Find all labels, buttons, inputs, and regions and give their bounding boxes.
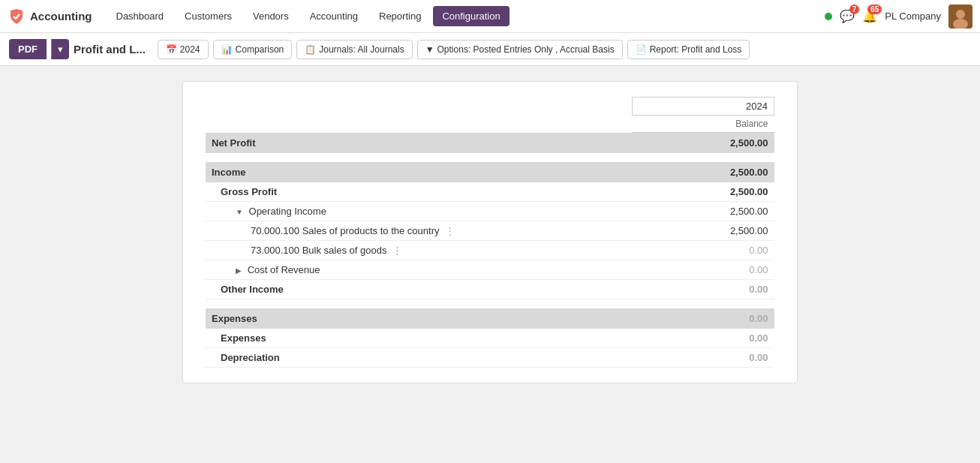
year-filter-label: 2024 — [180, 44, 200, 55]
expand-icon[interactable]: ▶ — [236, 266, 242, 275]
bulk-sales-label: 73.000.100 Bulk sales of goods ⋮ — [206, 241, 632, 260]
chart-icon: 📊 — [221, 44, 233, 55]
company-name[interactable]: PL Company — [885, 11, 941, 22]
options-label: Options: Posted Entries Only , Accrual B… — [437, 44, 615, 55]
operating-income-label: ▼ Operating Income — [206, 202, 632, 221]
nav-links: Dashboard Customers Vendors Accounting R… — [107, 6, 825, 26]
expenses-section-value: 0.00 — [632, 308, 774, 329]
logo-icon — [8, 8, 26, 26]
messages-badge: 7 — [849, 5, 860, 14]
gross-profit-row: Gross Profit 2,500.00 — [206, 182, 774, 202]
journal-icon: 📋 — [305, 44, 316, 55]
activity-button[interactable]: 🔔 65 — [862, 9, 877, 23]
report-icon: 📄 — [636, 44, 647, 55]
nav-right-actions: 💬 7 🔔 65 PL Company — [825, 5, 972, 29]
depreciation-value: 0.00 — [632, 348, 774, 368]
journals-button[interactable]: 📋 Journals: All Journals — [296, 40, 412, 59]
nav-customers[interactable]: Customers — [176, 6, 241, 26]
expenses-section-row: Expenses 0.00 — [206, 308, 774, 329]
activity-badge: 65 — [867, 5, 882, 14]
bulk-sales-row: 73.000.100 Bulk sales of goods ⋮ 0.00 — [206, 241, 774, 260]
balance-column-header: Balance — [632, 116, 774, 133]
income-label: Income — [206, 162, 632, 182]
income-section-row: Income 2,500.00 — [206, 162, 774, 182]
report-type-label: Report: Profit and Loss — [650, 44, 742, 55]
year-column-header: 2024 — [632, 98, 774, 116]
report-table: 2024 Balance Net Profit 2,500.00 — [206, 97, 774, 368]
gross-profit-value: 2,500.00 — [632, 182, 774, 202]
income-value: 2,500.00 — [632, 162, 774, 182]
depreciation-label: Depreciation — [206, 348, 632, 368]
net-profit-row: Net Profit 2,500.00 — [206, 133, 774, 154]
comparison-label: Comparison — [236, 44, 284, 55]
other-income-label: Other Income — [206, 280, 632, 299]
expenses-section-label: Expenses — [206, 308, 632, 329]
journals-label: Journals: All Journals — [319, 44, 404, 55]
nav-accounting[interactable]: Accounting — [301, 6, 367, 26]
operating-income-row: ▼ Operating Income 2,500.00 — [206, 202, 774, 221]
nav-vendors[interactable]: Vendors — [244, 6, 298, 26]
pdf-caret-button[interactable]: ▾ — [51, 39, 69, 59]
avatar-icon — [948, 5, 972, 29]
net-profit-label: Net Profit — [206, 133, 632, 154]
bulk-sales-value: 0.00 — [632, 241, 774, 260]
top-navigation: Accounting Dashboard Customers Vendors A… — [0, 0, 980, 33]
app-logo[interactable]: Accounting — [8, 8, 92, 26]
nav-reporting[interactable]: Reporting — [370, 6, 430, 26]
gross-profit-label: Gross Profit — [206, 182, 632, 202]
net-profit-value: 2,500.00 — [632, 133, 774, 154]
depreciation-row: Depreciation 0.00 — [206, 348, 774, 368]
main-content: 2024 Balance Net Profit 2,500.00 — [0, 66, 980, 457]
cost-revenue-value: 0.00 — [632, 260, 774, 280]
report-type-button[interactable]: 📄 Report: Profit and Loss — [627, 40, 750, 59]
svg-point-1 — [956, 10, 965, 19]
operating-income-value: 2,500.00 — [632, 202, 774, 221]
calendar-icon: 📅 — [166, 44, 177, 55]
nav-configuration[interactable]: Configuration — [433, 6, 509, 26]
other-income-row: Other Income 0.00 — [206, 280, 774, 299]
expenses-sub-row: Expenses 0.00 — [206, 329, 774, 348]
user-avatar[interactable] — [948, 5, 972, 29]
bulk-sales-dots: ⋮ — [392, 245, 402, 256]
sales-country-label: 70.000.100 Sales of products to the coun… — [206, 221, 632, 241]
spacer-2 — [206, 299, 774, 309]
year-filter-button[interactable]: 📅 2024 — [158, 40, 209, 59]
comparison-button[interactable]: 📊 Comparison — [213, 40, 293, 59]
app-title: Accounting — [30, 10, 92, 23]
pdf-button[interactable]: PDF — [9, 39, 47, 59]
sales-country-dots: ⋮ — [445, 225, 455, 236]
expenses-sub-label: Expenses — [206, 329, 632, 348]
collapse-icon[interactable]: ▼ — [236, 208, 243, 216]
options-button[interactable]: ▼ Options: Posted Entries Only , Accrual… — [417, 40, 623, 59]
report-card: 2024 Balance Net Profit 2,500.00 — [182, 81, 798, 383]
spacer-1 — [206, 153, 774, 162]
sales-country-value: 2,500.00 — [632, 221, 774, 241]
cost-revenue-row: ▶ Cost of Revenue 0.00 — [206, 260, 774, 280]
nav-dashboard[interactable]: Dashboard — [107, 6, 173, 26]
cost-revenue-label: ▶ Cost of Revenue — [206, 260, 632, 280]
online-status-dot — [825, 13, 832, 20]
report-toolbar: PDF ▾ Profit and L... 📅 2024 📊 Compariso… — [0, 33, 980, 66]
page-title: Profit and L... — [74, 43, 146, 56]
other-income-value: 0.00 — [632, 280, 774, 299]
filter-icon: ▼ — [425, 44, 434, 55]
expenses-sub-value: 0.00 — [632, 329, 774, 348]
sales-country-row: 70.000.100 Sales of products to the coun… — [206, 221, 774, 241]
messages-button[interactable]: 💬 7 — [840, 9, 855, 23]
